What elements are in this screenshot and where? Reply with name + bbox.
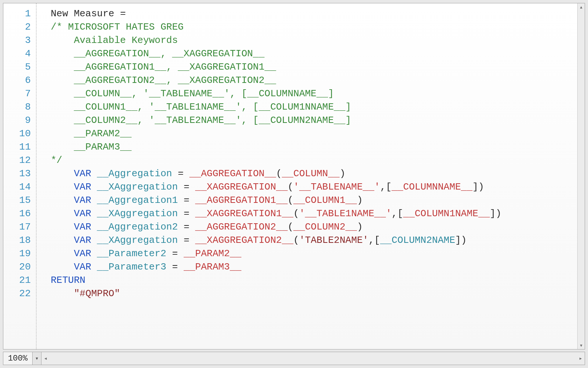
code-token xyxy=(51,235,74,246)
line-number: 16 xyxy=(3,207,36,220)
code-line[interactable]: VAR __Parameter3 = __PARAM3__ xyxy=(51,260,577,274)
code-token: VAR xyxy=(74,181,97,193)
code-token: /* MICROSOFT HATES GREG xyxy=(51,21,184,33)
code-token: __COLUMN2NAME xyxy=(380,235,455,246)
vertical-scrollbar[interactable]: ▴ ▾ xyxy=(577,3,585,349)
code-token: ,[ xyxy=(392,208,403,219)
code-line[interactable]: __COLUMN1__, '__TABLE1NAME__', [__COLUM1… xyxy=(51,100,577,114)
code-token: '__TABLENAME__' xyxy=(293,181,380,193)
code-token xyxy=(51,261,74,272)
code-token: = xyxy=(166,248,184,259)
code-token: __COLUMN1NAME__ xyxy=(403,208,490,219)
line-number: 6 xyxy=(3,74,36,87)
code-token: VAR xyxy=(74,208,97,219)
code-token: VAR xyxy=(74,235,97,246)
code-line[interactable]: VAR __XAggregation = __XAGGREGATION2__('… xyxy=(51,234,577,247)
code-token: __PARAM3__ xyxy=(184,261,241,272)
code-token: __PARAM3__ xyxy=(51,141,131,153)
scroll-right-icon[interactable]: ▸ xyxy=(577,352,585,365)
code-line[interactable]: VAR __Parameter2 = __PARAM2__ xyxy=(51,247,577,260)
code-token: = xyxy=(178,208,195,219)
code-token: ) xyxy=(340,168,345,179)
code-token: __Parameter2 xyxy=(97,248,166,259)
code-line[interactable]: Available Keywords xyxy=(51,34,577,47)
line-number: 14 xyxy=(3,180,36,194)
code-token: '__TABLE1NAME__' xyxy=(299,208,392,219)
code-token: = xyxy=(166,261,184,272)
code-token: ) xyxy=(357,221,363,232)
code-token: __AGGREGATION__ xyxy=(190,168,276,179)
code-line[interactable]: New Measure = xyxy=(51,7,577,20)
code-token: = xyxy=(178,235,195,246)
line-number: 2 xyxy=(3,20,36,34)
code-token: VAR xyxy=(74,221,97,232)
code-line[interactable]: VAR __Aggregation1 = __AGGREGATION1__(__… xyxy=(51,194,577,207)
code-line[interactable]: VAR __Aggregation2 = __AGGREGATION2__(__… xyxy=(51,220,577,234)
code-line[interactable]: /* MICROSOFT HATES GREG xyxy=(51,20,577,34)
line-number: 21 xyxy=(3,274,36,287)
code-token: ) xyxy=(357,195,363,206)
zoom-dropdown-icon[interactable]: ▾ xyxy=(33,352,41,365)
code-token: __COLUMN1__, '__TABLE1NAME__', [__COLUM1… xyxy=(51,101,351,113)
code-token xyxy=(51,221,74,232)
code-token xyxy=(51,195,74,206)
line-number: 5 xyxy=(3,60,36,74)
line-number: 13 xyxy=(3,167,36,180)
scroll-left-icon[interactable]: ◂ xyxy=(41,352,50,365)
code-line[interactable]: __PARAM3__ xyxy=(51,140,577,154)
code-line[interactable]: VAR __XAggregation = __XAGGREGATION1__('… xyxy=(51,207,577,220)
code-token: = xyxy=(178,181,195,193)
code-token: = xyxy=(178,221,195,232)
code-line[interactable]: __COLUMN__, '__TABLENAME__', [__COLUMNNA… xyxy=(51,87,577,100)
line-number: 10 xyxy=(3,127,36,140)
line-number: 9 xyxy=(3,114,36,127)
line-number: 7 xyxy=(3,87,36,100)
code-token: __AGGREGATION1__ xyxy=(195,195,288,206)
zoom-level[interactable]: 100% xyxy=(3,352,33,365)
code-area[interactable]: New Measure =/* MICROSOFT HATES GREG Ava… xyxy=(37,3,577,349)
code-token: __COLUMN2__ xyxy=(293,221,357,232)
code-token: ( xyxy=(288,221,294,232)
code-token xyxy=(51,208,74,219)
code-token: __PARAM2__ xyxy=(51,128,131,139)
code-line[interactable]: VAR __XAggregation = __XAGGREGATION__('_… xyxy=(51,180,577,194)
code-token: VAR xyxy=(74,248,97,259)
code-line[interactable]: RETURN xyxy=(51,274,577,287)
code-token: __Aggregation1 xyxy=(97,195,178,206)
code-token: ( xyxy=(276,168,282,179)
code-token: __COLUMN2__, '__TABLE2NAME__', [__COLUMN… xyxy=(51,115,351,126)
line-number: 12 xyxy=(3,154,36,167)
code-token xyxy=(51,288,74,299)
code-token: = xyxy=(178,195,195,206)
line-number: 17 xyxy=(3,220,36,234)
code-token: __XAGGREGATION2__ xyxy=(195,235,293,246)
code-token: New Measure = xyxy=(51,8,126,19)
code-token: VAR xyxy=(74,261,97,272)
code-line[interactable]: __COLUMN2__, '__TABLE2NAME__', [__COLUMN… xyxy=(51,114,577,127)
formula-editor[interactable]: 12345678910111213141516171819202122 New … xyxy=(3,3,585,349)
line-number: 3 xyxy=(3,34,36,47)
code-token: __COLUMNNAME__ xyxy=(392,181,472,193)
code-line[interactable]: */ xyxy=(51,154,577,167)
line-number: 18 xyxy=(3,234,36,247)
scroll-down-icon[interactable]: ▾ xyxy=(578,342,585,349)
code-token: = xyxy=(172,168,190,179)
code-line[interactable]: __AGGREGATION1__, __XAGGREGATION1__ xyxy=(51,60,577,74)
code-token: __Aggregation xyxy=(97,168,172,179)
code-token: __COLUMN__, '__TABLENAME__', [__COLUMNNA… xyxy=(51,88,334,99)
line-number: 22 xyxy=(3,287,36,300)
code-token: __AGGREGATION2__ xyxy=(195,221,288,232)
code-token: __AGGREGATION2__, __XAGGREGATION2__ xyxy=(51,75,276,86)
scroll-up-icon[interactable]: ▴ xyxy=(578,3,585,11)
code-line[interactable]: __AGGREGATION__, __XAGGREGATION__ xyxy=(51,47,577,60)
code-line[interactable]: VAR __Aggregation = __AGGREGATION__(__CO… xyxy=(51,167,577,180)
code-line[interactable]: __AGGREGATION2__, __XAGGREGATION2__ xyxy=(51,74,577,87)
code-line[interactable]: __PARAM2__ xyxy=(51,127,577,140)
code-token: __Aggregation2 xyxy=(97,221,178,232)
code-token: ( xyxy=(288,181,294,193)
code-line[interactable]: "#QMPRO" xyxy=(51,287,577,300)
line-number: 1 xyxy=(3,7,36,20)
horizontal-scrollbar[interactable]: ◂ ▸ xyxy=(41,352,585,365)
line-number: 8 xyxy=(3,100,36,114)
code-token: __XAGGREGATION1__ xyxy=(195,208,293,219)
